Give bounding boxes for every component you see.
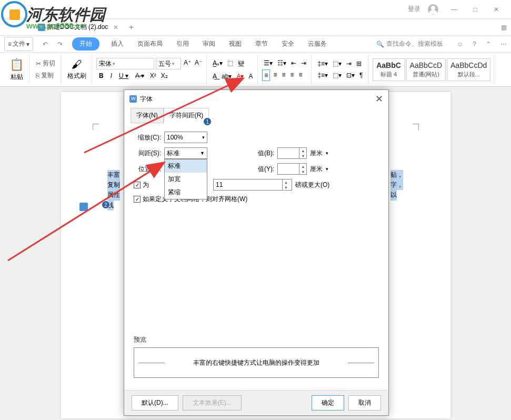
dialog-body: 缩放(C): 100%▾ 间距(S): 标准▼ 值(B): ▲▼ 厘米▾ 标准 … [124, 123, 388, 386]
cm-label-1: 厘米 [310, 149, 323, 158]
value-y-spinner[interactable]: ▲▼ [277, 163, 307, 175]
menu-chapter[interactable]: 章节 [253, 37, 270, 51]
doc-icon [38, 24, 45, 31]
menu-review[interactable]: 审阅 [201, 37, 217, 51]
dropdown-opt-standard[interactable]: 标准 [165, 159, 207, 173]
char-border-icon[interactable]: A [247, 71, 254, 82]
menu-layout[interactable]: 页面布局 [135, 37, 165, 51]
document-tab[interactable]: 新建DOC文档 (2).doc ✕ [32, 19, 125, 35]
phonetic-icon[interactable]: 變 [236, 58, 246, 70]
kerning-spinner[interactable]: ▲▼ [213, 179, 292, 191]
border-icon[interactable]: ⊞ [355, 58, 363, 69]
para-show-icon[interactable]: ¶ [358, 70, 364, 81]
user-avatar[interactable] [423, 2, 444, 17]
scale-combo[interactable]: 100%▾ [164, 132, 207, 143]
indent-left-icon[interactable]: ⇤ [289, 58, 298, 68]
align-distribute-icon[interactable]: ≡ [297, 69, 304, 81]
menu-cloud[interactable]: 云服务 [306, 37, 329, 51]
indent-right-icon[interactable]: ⇥ [299, 58, 308, 68]
subscript-button[interactable]: X₂ [159, 71, 169, 81]
kerning-checkbox[interactable]: ✓ 为 [134, 181, 149, 189]
page-right-3: 以 [390, 190, 397, 200]
para-sort-icon[interactable]: ‡≡▾ [316, 70, 329, 81]
style-default[interactable]: AaBbCcDd 默认段... [447, 58, 490, 81]
font-color-icon[interactable]: A▾ [235, 71, 245, 82]
italic-button[interactable]: I [108, 71, 115, 81]
value-b-label: 值(B): [258, 149, 274, 158]
collapse-ribbon-icon[interactable]: ⌃ [486, 41, 491, 48]
dialog-close-button[interactable]: ✕ [375, 93, 383, 105]
align-center-icon[interactable]: ≡ [272, 69, 278, 81]
menu-start[interactable]: 开始 [72, 37, 99, 51]
align-left-icon[interactable]: ≡ [262, 69, 270, 81]
menu-file[interactable]: ≡ 文件 ▾ [4, 37, 33, 51]
cut-button[interactable]: ✂剪切 [34, 58, 57, 69]
page-margin-mark [79, 203, 88, 211]
value-y-label: 值(Y): [258, 165, 274, 174]
help-icon[interactable]: ? [473, 41, 476, 48]
spacing-combo[interactable]: 标准▼ [164, 147, 207, 159]
strike-button[interactable]: A ▾ [133, 71, 147, 81]
shrink-font-icon[interactable]: A⁻ [194, 58, 203, 69]
value-b-spinner[interactable]: ▲▼ [277, 147, 307, 159]
menu-redo-icon[interactable]: ↷ [57, 41, 63, 48]
tab-char-spacing[interactable]: 字符间距(R) 1 [164, 108, 209, 123]
smile-icon[interactable]: ☺ [457, 41, 463, 48]
preview-box: 丰富的右键快捷键方式让电脑的操作变得更加 [134, 347, 379, 378]
menu-ref[interactable]: 引用 [174, 37, 191, 51]
menu-view[interactable]: 视图 [227, 37, 244, 51]
window-grid-icon[interactable]: ▦ [501, 24, 507, 31]
para-mark-icon[interactable]: ⊡▾ [345, 70, 356, 81]
page-corner-tl [93, 124, 99, 130]
font-name-combo[interactable]: 宋体▾ [96, 58, 154, 69]
number-list-icon[interactable]: ☷▾ [276, 58, 288, 68]
copy-icon: ⎘ [36, 72, 39, 79]
align-justify-icon[interactable]: ≡ [288, 69, 295, 81]
minimize-button[interactable]: — [444, 2, 465, 17]
shading-icon[interactable]: ⬚▾ [331, 58, 343, 69]
default-button[interactable]: 默认(D)... [132, 395, 178, 411]
page-right-2: 字， [390, 180, 403, 190]
tab-title: 新建DOC文档 (2).doc [47, 23, 108, 32]
more-icon[interactable]: ⋯ [500, 41, 507, 48]
bullet-list-icon[interactable]: ☰▾ [262, 58, 274, 68]
tab-icon[interactable]: ⇥ [345, 58, 353, 69]
dialog-icon [129, 95, 137, 103]
login-text[interactable]: 登录 [408, 5, 420, 14]
superscript-button[interactable]: X² [148, 71, 158, 81]
tab-font[interactable]: 字体(N) [131, 108, 164, 123]
preview-label: 预览 [134, 336, 146, 343]
dialog-footer: 默认(D)... 文本效果(E)... 确定 取消 [124, 390, 388, 415]
dropdown-opt-condense[interactable]: 紧缩 [165, 186, 207, 199]
underline-button[interactable]: U ▾ [116, 71, 131, 81]
copy-button[interactable]: ⎘复制 [34, 70, 56, 81]
cancel-button[interactable]: 取消 [348, 395, 381, 411]
grow-font-icon[interactable]: A⁺ [183, 58, 192, 69]
clear-format-icon[interactable]: A͟ [211, 71, 218, 82]
paste-button[interactable]: 📋 粘贴 [7, 57, 26, 83]
menu-search[interactable]: 🔍 查找命令、搜索模板 [376, 39, 443, 48]
tab-close-icon[interactable]: ✕ [113, 24, 118, 31]
para-shade-icon[interactable]: ⬚▾ [331, 70, 343, 81]
close-button[interactable]: ✕ [486, 2, 507, 17]
menu-security[interactable]: 安全 [279, 37, 296, 51]
align-right-icon[interactable]: ≡ [280, 69, 287, 81]
style-heading4[interactable]: AaBbC 标题 4 [373, 58, 405, 81]
highlight-icon[interactable]: ab▾ [220, 71, 233, 82]
style-normal-web[interactable]: AaBbCcD 普通(网站) [406, 58, 446, 81]
add-tab-button[interactable]: + [125, 21, 137, 34]
dropdown-opt-expand[interactable]: 加宽 [165, 173, 207, 186]
dialog-titlebar: 字体 ✕ [124, 90, 388, 108]
ok-button[interactable]: 确定 [312, 395, 344, 411]
font-dialog: 字体 ✕ 字体(N) 字符间距(R) 1 缩放(C): 100%▾ 间距(S):… [124, 89, 389, 416]
maximize-button[interactable]: □ [465, 2, 486, 17]
format-painter-button[interactable]: 🖌 格式刷 [65, 57, 88, 82]
line-spacing-icon[interactable]: ‡≡▾ [316, 58, 329, 69]
font-size-combo[interactable]: 五号▾ [156, 58, 181, 69]
menu-insert[interactable]: 插入 [109, 37, 126, 51]
char-shading-icon[interactable]: ⬚ [226, 58, 235, 70]
bold-button[interactable]: B [96, 71, 106, 81]
menu-undo-icon[interactable]: ↶ [43, 41, 48, 48]
app-titlebar: 登录 — □ ✕ [0, 0, 511, 19]
change-case-icon[interactable]: A̲ₐ▾ [211, 58, 224, 70]
